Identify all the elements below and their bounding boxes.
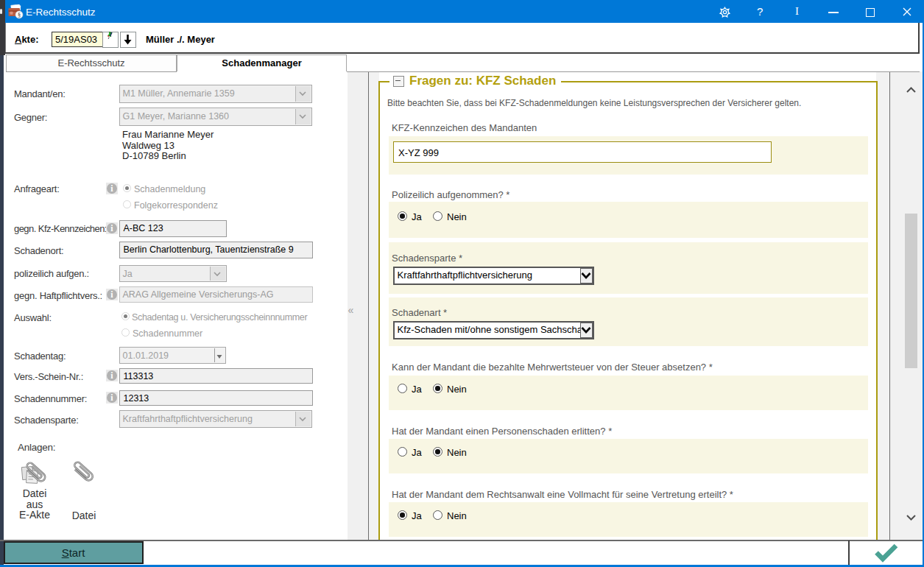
svg-text:§: § bbox=[18, 11, 21, 18]
